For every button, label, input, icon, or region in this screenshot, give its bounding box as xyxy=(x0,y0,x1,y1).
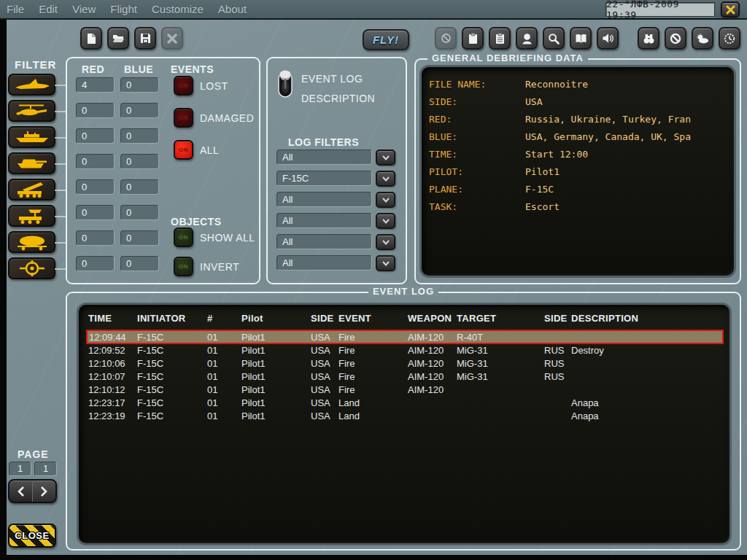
event-row[interactable]: 12:23:17F-15C01Pilot1USALandAnapa xyxy=(87,396,723,409)
event-row[interactable]: 12:09:44F-15C01Pilot1USAFireAIM-120R-40T xyxy=(87,330,723,343)
col-description: DESCRIPTION xyxy=(570,311,723,330)
close-icon xyxy=(726,5,735,15)
clock-icon xyxy=(724,33,735,44)
weather-button[interactable] xyxy=(692,27,713,50)
col-number: # xyxy=(206,311,240,330)
awards-button[interactable] xyxy=(638,27,659,50)
filter-airplane-button[interactable] xyxy=(8,74,55,96)
menu-flight[interactable]: Flight xyxy=(110,3,137,15)
filter-tank-button[interactable] xyxy=(8,152,55,174)
blue-count-field: 0 xyxy=(120,77,159,93)
damaged-label: DAMAGED xyxy=(200,112,254,124)
events-lost-row: ON LOST xyxy=(174,76,228,96)
menu-file[interactable]: File xyxy=(7,3,24,15)
event-row[interactable]: 12:23:19F-15C01Pilot1USALandAnapa xyxy=(87,409,723,422)
log-filter-select[interactable]: F-15C xyxy=(276,171,372,186)
page-next-button[interactable] xyxy=(32,481,55,502)
log-filter-select[interactable]: All xyxy=(276,255,372,271)
field-value: F-15C xyxy=(525,184,554,195)
red-count-field: 0 xyxy=(76,230,115,246)
window-close-button[interactable] xyxy=(721,1,740,18)
events-title: EVENTS xyxy=(171,63,214,75)
debriefing-window: File Edit View Flight Customize About 22… xyxy=(0,0,747,560)
blue-count-field: 0 xyxy=(120,205,159,220)
menu-customize[interactable]: Customize xyxy=(152,3,204,15)
field-value: USA xyxy=(525,96,542,107)
field-label: PLANE: xyxy=(429,184,525,195)
close-button[interactable]: CLOSE xyxy=(8,524,56,548)
page-current-field: 1 xyxy=(9,462,31,476)
toolbar-view-group xyxy=(435,27,619,50)
lost-toggle[interactable]: ON xyxy=(174,76,193,96)
dropdown-button[interactable] xyxy=(376,255,395,271)
new-document-button[interactable] xyxy=(80,27,102,50)
event-row[interactable]: 12:10:12F-15C01Pilot1USAFireAIM-120 xyxy=(87,383,723,396)
filter-title: FILTER xyxy=(15,58,56,71)
sound-button[interactable] xyxy=(597,27,619,50)
field-label: BLUE: xyxy=(429,131,525,142)
dropdown-button[interactable] xyxy=(376,213,395,229)
pilot-button[interactable] xyxy=(516,27,538,50)
event-row[interactable]: 12:09:52F-15C01Pilot1USAFireAIM-120MiG-3… xyxy=(87,343,723,357)
save-button[interactable] xyxy=(134,27,156,50)
log-filter-select[interactable]: All xyxy=(276,234,372,249)
event-row[interactable]: 12:10:07F-15C01Pilot1USAFireAIM-120MiG-3… xyxy=(87,370,723,383)
description-mode-label[interactable]: DESCRIPTION xyxy=(301,93,375,104)
fly-button[interactable]: FLY! xyxy=(363,29,409,50)
field-label: TIME: xyxy=(429,149,525,160)
sam-launcher-icon xyxy=(13,181,51,198)
target-icon xyxy=(13,260,51,277)
damaged-toggle[interactable]: ON xyxy=(174,108,193,128)
filter-sam-launcher-button[interactable] xyxy=(8,179,55,201)
book-icon xyxy=(575,34,587,44)
track-disabled-icon xyxy=(441,33,452,44)
log-filter-select[interactable]: All xyxy=(276,192,372,207)
open-folder-button[interactable] xyxy=(107,27,129,50)
col-event: EVENT xyxy=(337,311,406,330)
event-log-panel: EVENT LOG TIME INITIATOR # Pilot SIDE EV… xyxy=(66,292,741,551)
all-toggle[interactable]: ON xyxy=(174,140,193,160)
log-filter-row: All xyxy=(276,234,395,250)
debrief-field: FILE NAME:Reconnoitre xyxy=(429,79,734,96)
menu-view[interactable]: View xyxy=(72,3,96,15)
chevron-down-icon xyxy=(382,260,390,267)
restrictions-button[interactable] xyxy=(665,27,686,50)
field-value: Reconnoitre xyxy=(525,79,588,90)
event-log-mode-label[interactable]: EVENT LOG xyxy=(301,73,363,85)
log-filter-row: All xyxy=(276,255,395,271)
logbook-button[interactable] xyxy=(570,27,592,50)
filter-railcar-button[interactable] xyxy=(8,231,55,253)
menu-edit[interactable]: Edit xyxy=(39,3,58,15)
debrief-field: BLUE:USA, Germany, Canada, UK, Spa xyxy=(429,131,734,149)
red-count-field: 0 xyxy=(76,205,115,220)
page-prev-button[interactable] xyxy=(9,481,32,502)
log-filter-select[interactable]: All xyxy=(276,213,372,228)
dropdown-button[interactable] xyxy=(376,234,395,250)
briefing-button[interactable] xyxy=(462,27,484,50)
page-nav xyxy=(8,479,57,503)
menu-about[interactable]: About xyxy=(218,3,247,15)
invert-toggle[interactable]: ON xyxy=(174,257,193,276)
blue-column-label: BLUE xyxy=(124,63,153,75)
speaker-icon xyxy=(602,33,614,44)
menu-bar: File Edit View Flight Customize About 22… xyxy=(0,0,747,20)
magnifier-button[interactable] xyxy=(543,27,565,50)
filter-target-button[interactable] xyxy=(8,257,55,279)
col-pilot: Pilot xyxy=(240,311,309,330)
log-filter-select[interactable]: All xyxy=(276,149,372,165)
field-value: Russia, Ukraine, Turkey, Fran xyxy=(525,114,691,125)
dropdown-button[interactable] xyxy=(376,149,395,166)
debriefing-button[interactable] xyxy=(489,27,511,50)
log-filter-row: All xyxy=(276,192,395,208)
time-button[interactable] xyxy=(719,27,740,50)
col-time: TIME xyxy=(87,311,136,330)
show-all-toggle[interactable]: ON xyxy=(174,228,193,247)
filter-ship-button[interactable] xyxy=(8,126,55,148)
filter-radar-vehicle-button[interactable] xyxy=(8,205,55,227)
dropdown-button[interactable] xyxy=(376,171,395,187)
event-row[interactable]: 12:10:06F-15C01Pilot1USAFireAIM-120MiG-3… xyxy=(87,357,723,370)
filter-helicopter-button[interactable] xyxy=(8,100,55,122)
ship-icon xyxy=(13,128,51,146)
log-mode-toggle[interactable] xyxy=(275,67,295,104)
dropdown-button[interactable] xyxy=(376,192,395,208)
